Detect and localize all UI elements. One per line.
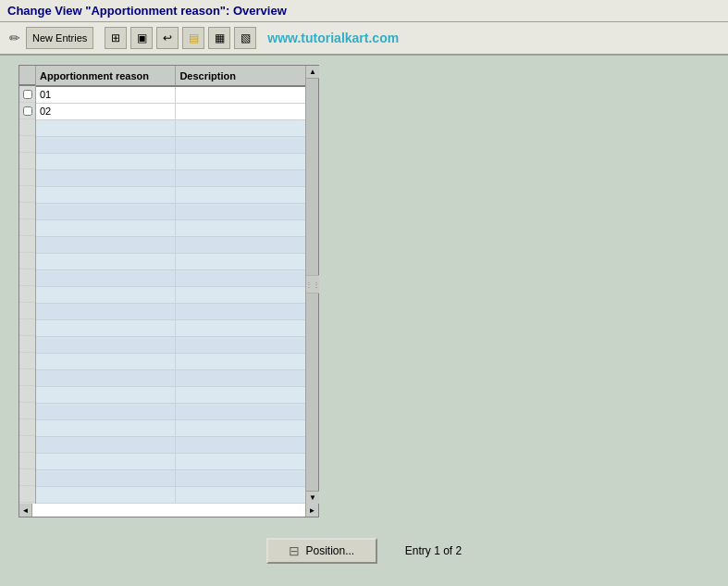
apportionment-reason-cell: [36, 486, 176, 503]
scroll-right-button[interactable]: ►: [305, 504, 318, 517]
apportionment-reason-cell: [36, 336, 176, 353]
apportionment-reason-cell: [36, 353, 176, 369]
checkbox-cell[interactable]: [19, 236, 35, 253]
checkbox-cell[interactable]: [19, 403, 35, 419]
bottom-bar: ⊟ Position... Entry 1 of 2: [0, 538, 728, 564]
checkbox-cell[interactable]: [19, 153, 35, 169]
apportionment-reason-cell: [36, 186, 176, 203]
checkbox-cell[interactable]: [19, 186, 35, 203]
folder-icon-button[interactable]: ▤: [182, 27, 204, 49]
apportionment-reason-cell: [36, 436, 176, 453]
data-table: Apportionment reason Description 0102: [36, 66, 305, 504]
description-cell: [176, 386, 305, 403]
position-button-label: Position...: [305, 544, 354, 557]
scroll-track: [306, 79, 318, 275]
description-cell: [176, 403, 305, 419]
table-row: [36, 336, 305, 353]
description-cell: [176, 336, 305, 353]
description-cell: [176, 269, 305, 286]
checkbox-cell[interactable]: [19, 253, 35, 269]
row-checkbox[interactable]: [23, 106, 32, 116]
checkbox-cell[interactable]: [19, 286, 35, 303]
checkbox-cell[interactable]: [19, 119, 35, 136]
apportionment-reason-cell: 02: [36, 103, 176, 119]
table-row: [36, 119, 305, 136]
scroll-drag-handle[interactable]: ⋮⋮: [306, 275, 319, 293]
description-cell: [176, 169, 305, 186]
checkbox-cell[interactable]: [19, 436, 35, 453]
extra-icon: ▧: [241, 31, 251, 44]
table-row: [36, 303, 305, 319]
print-icon-button[interactable]: ▦: [208, 27, 230, 49]
table-row: [36, 219, 305, 236]
entry-info: Entry 1 of 2: [405, 544, 462, 557]
table-data-area: Apportionment reason Description 0102: [36, 66, 305, 504]
horizontal-scrollbar[interactable]: ◄ ►: [19, 505, 319, 517]
apportionment-reason-cell: [36, 403, 176, 419]
checkbox-cell[interactable]: [19, 219, 35, 236]
checkbox-cell[interactable]: [19, 386, 35, 403]
extra-icon-button[interactable]: ▧: [234, 27, 256, 49]
toolbar: ✏ New Entries ⊞ ▣ ↩ ▤ ▦ ▧ www.tutorialka…: [0, 22, 728, 56]
new-entries-label: New Entries: [32, 32, 87, 44]
checkbox-cell[interactable]: [19, 319, 35, 336]
table-row: [36, 319, 305, 336]
table-row: 02: [36, 103, 305, 119]
table-row: [36, 186, 305, 203]
checkbox-cell[interactable]: [19, 353, 35, 369]
table-row: [36, 286, 305, 303]
checkbox-cell[interactable]: [19, 136, 35, 153]
description-cell: [176, 86, 305, 103]
checkbox-cell[interactable]: [19, 336, 35, 353]
checkbox-cell[interactable]: [19, 453, 35, 469]
apportionment-reason-cell: [36, 386, 176, 403]
apportionment-reason-cell: [36, 236, 176, 253]
apportionment-reason-cell: [36, 419, 176, 436]
position-button[interactable]: ⊟ Position...: [266, 538, 377, 564]
description-cell: [176, 436, 305, 453]
checkbox-cell[interactable]: [19, 469, 35, 486]
h-scroll-track: [32, 504, 305, 517]
table-row: [36, 436, 305, 453]
description-cell: [176, 236, 305, 253]
scroll-up-button[interactable]: ▲: [306, 66, 319, 79]
table-row: [36, 169, 305, 186]
save-icon-button[interactable]: ▣: [130, 27, 153, 49]
description-cell: [176, 286, 305, 303]
checkbox-cell[interactable]: [19, 203, 35, 219]
checkbox-cell[interactable]: [19, 103, 35, 119]
table-row: [36, 353, 305, 369]
vertical-scrollbar[interactable]: ▲ ⋮⋮ ▼: [305, 66, 318, 504]
title-bar: Change View "Apportionment reason": Over…: [0, 0, 728, 22]
description-cell: [176, 153, 305, 169]
new-entries-button[interactable]: New Entries: [26, 27, 93, 49]
scroll-left-button[interactable]: ◄: [19, 504, 32, 517]
copy-icon: ⊞: [111, 31, 120, 44]
apportionment-reason-cell: 01: [36, 86, 176, 103]
table-row: [36, 236, 305, 253]
checkbox-cell[interactable]: [19, 269, 35, 286]
table-row: [36, 369, 305, 386]
checkbox-cell[interactable]: [19, 369, 35, 386]
apportionment-reason-cell: [36, 286, 176, 303]
row-checkbox[interactable]: [23, 90, 32, 99]
table-row: [36, 386, 305, 403]
table-row: [36, 203, 305, 219]
apportionment-reason-cell: [36, 319, 176, 336]
checkbox-cell[interactable]: [19, 486, 35, 503]
undo-icon-button[interactable]: ↩: [156, 27, 179, 49]
scroll-down-button[interactable]: ▼: [306, 491, 319, 504]
description-cell: [176, 186, 305, 203]
apportionment-reason-cell: [36, 153, 176, 169]
apportionment-reason-cell: [36, 369, 176, 386]
checkbox-cell[interactable]: [19, 169, 35, 186]
checkbox-cell[interactable]: [19, 86, 35, 103]
table-row: [36, 419, 305, 436]
table-row: [36, 269, 305, 286]
copy-icon-button[interactable]: ⊞: [105, 27, 127, 49]
checkbox-cell[interactable]: [19, 303, 35, 319]
checkbox-cell[interactable]: [19, 419, 35, 436]
description-cell: [176, 203, 305, 219]
table-row: [36, 136, 305, 153]
apportionment-reason-cell: [36, 303, 176, 319]
